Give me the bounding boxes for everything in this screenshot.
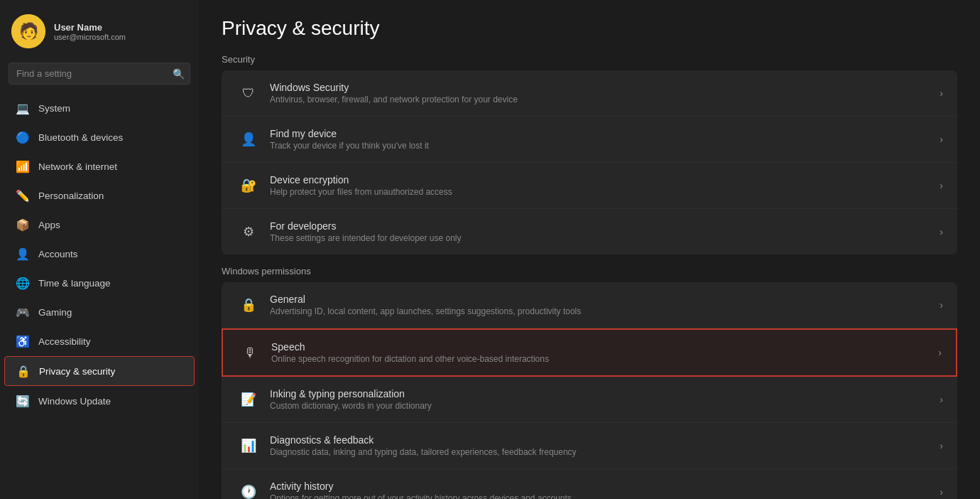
item-title-activity-history: Activity history (270, 481, 934, 492)
nav-icon-gaming: 🎮 (16, 305, 30, 319)
item-desc-diagnostics: Diagnostic data, inking and typing data,… (270, 447, 934, 457)
item-icon-activity-history: 🕐 (236, 479, 261, 499)
main-content: Privacy & security Security 🛡 Windows Se… (199, 0, 980, 499)
nav-icon-system: 💻 (16, 101, 30, 115)
item-text-diagnostics: Diagnostics & feedback Diagnostic data, … (270, 434, 934, 457)
item-text-activity-history: Activity history Options for getting mor… (270, 481, 934, 499)
item-desc-activity-history: Options for getting more out of your act… (270, 493, 934, 499)
settings-group-security: 🛡 Windows Security Antivirus, browser, f… (222, 70, 957, 254)
sidebar-item-privacy[interactable]: 🔒 Privacy & security (4, 356, 195, 386)
chevron-icon-activity-history: › (940, 486, 943, 498)
nav-icon-network: 📶 (16, 159, 30, 173)
nav-label-system: System (38, 103, 70, 114)
nav-label-update: Windows Update (38, 396, 111, 407)
item-text-device-encryption: Device encryption Help protect your file… (270, 174, 934, 197)
item-text-find-my-device: Find my device Track your device if you … (270, 128, 934, 151)
item-desc-device-encryption: Help protect your files from unauthorize… (270, 187, 934, 197)
item-text-for-developers: For developers These settings are intend… (270, 220, 934, 243)
user-profile[interactable]: 🧑 User Name user@microsoft.com (0, 6, 199, 60)
avatar-image: 🧑 (11, 14, 45, 48)
nav-icon-privacy: 🔒 (16, 364, 31, 378)
sidebar-item-gaming[interactable]: 🎮 Gaming (4, 298, 195, 326)
section-label-windows-permissions: Windows permissions (222, 266, 957, 277)
settings-item-inking-typing[interactable]: 📝 Inking & typing personalization Custom… (222, 377, 957, 423)
item-desc-general: Advertising ID, local content, app launc… (270, 306, 934, 316)
nav-icon-time: 🌐 (16, 276, 30, 290)
user-name: User Name (54, 22, 126, 33)
nav-icon-accessibility: ♿ (16, 334, 30, 348)
item-desc-windows-security: Antivirus, browser, firewall, and networ… (270, 95, 934, 104)
item-icon-for-developers: ⚙ (236, 219, 261, 245)
section-label-security: Security (222, 54, 957, 65)
nav-list: 💻 System 🔵 Bluetooth & devices 📶 Network… (0, 93, 199, 416)
item-title-find-my-device: Find my device (270, 128, 934, 139)
user-info: User Name user@microsoft.com (54, 22, 126, 41)
sidebar: 🧑 User Name user@microsoft.com 🔍 💻 Syste… (0, 0, 199, 499)
sidebar-item-time[interactable]: 🌐 Time & language (4, 269, 195, 297)
sidebar-item-update[interactable]: 🔄 Windows Update (4, 387, 195, 415)
user-email: user@microsoft.com (54, 33, 126, 41)
avatar: 🧑 (11, 14, 45, 48)
search-input[interactable] (9, 63, 190, 85)
nav-label-bluetooth: Bluetooth & devices (38, 132, 123, 143)
section-security: Security 🛡 Windows Security Antivirus, b… (222, 54, 957, 254)
settings-item-general[interactable]: 🔒 General Advertising ID, local content,… (222, 282, 957, 328)
item-title-windows-security: Windows Security (270, 82, 934, 93)
settings-item-device-encryption[interactable]: 🔐 Device encryption Help protect your fi… (222, 163, 957, 209)
search-box: 🔍 (9, 63, 190, 85)
sidebar-item-accessibility[interactable]: ♿ Accessibility (4, 327, 195, 355)
chevron-icon-find-my-device: › (940, 134, 943, 145)
item-icon-inking-typing: 📝 (236, 387, 261, 412)
settings-group-windows-permissions: 🔒 General Advertising ID, local content,… (222, 282, 957, 499)
settings-item-diagnostics[interactable]: 📊 Diagnostics & feedback Diagnostic data… (222, 423, 957, 469)
nav-label-privacy: Privacy & security (39, 366, 115, 377)
sidebar-item-bluetooth[interactable]: 🔵 Bluetooth & devices (4, 123, 195, 151)
sidebar-item-accounts[interactable]: 👤 Accounts (4, 240, 195, 268)
nav-label-gaming: Gaming (38, 307, 72, 318)
item-desc-for-developers: These settings are intended for develope… (270, 233, 934, 243)
item-title-speech: Speech (271, 341, 932, 353)
item-text-inking-typing: Inking & typing personalization Custom d… (270, 388, 934, 411)
settings-item-for-developers[interactable]: ⚙ For developers These settings are inte… (222, 209, 957, 254)
chevron-icon-device-encryption: › (940, 180, 943, 191)
nav-label-apps: Apps (38, 220, 60, 230)
nav-icon-personalization: ✏️ (16, 188, 30, 203)
section-windows-permissions: Windows permissions 🔒 General Advertisin… (222, 266, 957, 499)
item-title-inking-typing: Inking & typing personalization (270, 388, 934, 399)
chevron-icon-windows-security: › (940, 87, 943, 99)
settings-item-find-my-device[interactable]: 👤 Find my device Track your device if yo… (222, 117, 957, 163)
nav-label-time: Time & language (38, 278, 111, 289)
item-desc-inking-typing: Custom dictionary, words in your diction… (270, 401, 934, 411)
nav-label-network: Network & internet (38, 161, 117, 172)
nav-label-accessibility: Accessibility (38, 336, 91, 347)
item-icon-speech: 🎙 (237, 340, 263, 365)
item-title-diagnostics: Diagnostics & feedback (270, 434, 934, 446)
settings-sections: Security 🛡 Windows Security Antivirus, b… (222, 54, 957, 499)
item-title-general: General (270, 294, 934, 305)
chevron-icon-diagnostics: › (940, 440, 943, 451)
item-text-speech: Speech Online speech recognition for dic… (271, 341, 932, 364)
settings-item-speech[interactable]: 🎙 Speech Online speech recognition for d… (222, 328, 957, 377)
settings-item-activity-history[interactable]: 🕐 Activity history Options for getting m… (222, 469, 957, 499)
nav-icon-apps: 📦 (16, 218, 30, 232)
item-title-device-encryption: Device encryption (270, 174, 934, 186)
item-desc-find-my-device: Track your device if you think you've lo… (270, 141, 934, 151)
sidebar-item-network[interactable]: 📶 Network & internet (4, 152, 195, 181)
page-title: Privacy & security (222, 17, 957, 40)
chevron-icon-speech: › (938, 347, 942, 358)
chevron-icon-inking-typing: › (940, 394, 943, 405)
item-text-general: General Advertising ID, local content, a… (270, 294, 934, 316)
sidebar-item-system[interactable]: 💻 System (4, 94, 195, 122)
settings-item-windows-security[interactable]: 🛡 Windows Security Antivirus, browser, f… (222, 70, 957, 117)
nav-label-accounts: Accounts (38, 249, 78, 259)
nav-label-personalization: Personalization (38, 191, 104, 201)
sidebar-item-apps[interactable]: 📦 Apps (4, 210, 195, 239)
item-icon-find-my-device: 👤 (236, 127, 261, 152)
item-desc-speech: Online speech recognition for dictation … (271, 354, 932, 364)
chevron-icon-general: › (940, 299, 943, 311)
item-icon-windows-security: 🛡 (236, 80, 261, 106)
sidebar-item-personalization[interactable]: ✏️ Personalization (4, 181, 195, 210)
item-title-for-developers: For developers (270, 220, 934, 232)
chevron-icon-for-developers: › (940, 226, 943, 237)
nav-icon-update: 🔄 (16, 394, 30, 408)
